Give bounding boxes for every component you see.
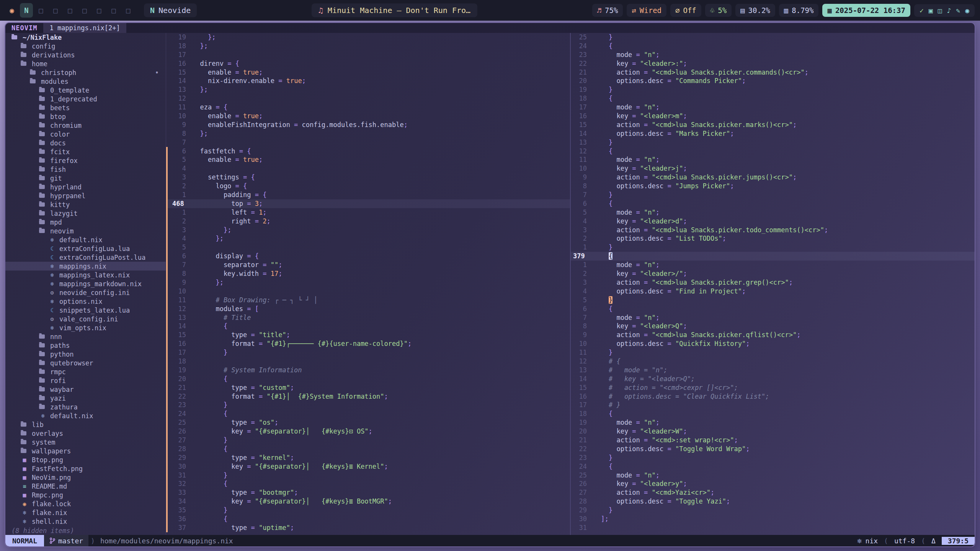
tray-icon-3[interactable]: ♪ xyxy=(947,7,951,15)
code-line[interactable]: 37 type = "uptime"; xyxy=(166,523,570,532)
code-line[interactable]: 10 options.desc = "Quickfix History"; xyxy=(571,339,975,348)
code-line[interactable]: 23 } xyxy=(166,401,570,409)
code-line[interactable]: 2 logo = { xyxy=(166,182,570,191)
code-line[interactable]: 17 } xyxy=(166,348,570,357)
code-line[interactable]: 21 action = "<cmd>:set wrap!<cr>"; xyxy=(571,436,975,445)
code-line[interactable]: 28 { xyxy=(166,445,570,453)
tree-item-wallpapers[interactable]: wallpapers xyxy=(5,447,166,455)
code-line[interactable]: 12 # { xyxy=(571,357,975,366)
code-line[interactable]: 9 }; xyxy=(166,278,570,287)
code-line[interactable]: 22 format = "{#1}│ {#}System Information… xyxy=(166,392,570,401)
code-line[interactable]: 6 fastfetch = { xyxy=(166,147,570,156)
tree-item-neovide-config-ini[interactable]: ⚙neovide_config.ini xyxy=(5,288,166,297)
code-line[interactable]: 3 action = "<cmd>lua Snacks.picker.todo_… xyxy=(571,226,975,235)
code-line[interactable]: 14 { xyxy=(166,322,570,331)
code-line[interactable]: 27 action = "<cmd>Yazi<cr>"; xyxy=(571,488,975,497)
tree-item-modules[interactable]: modules xyxy=(5,77,166,86)
code-line[interactable]: 19 } xyxy=(571,85,975,94)
workspace-3[interactable]: □ xyxy=(34,3,47,18)
code-line[interactable]: 20 { xyxy=(166,375,570,383)
module-power-profile[interactable]: ♧5% xyxy=(705,4,732,17)
tree-item-chromium[interactable]: chromium xyxy=(5,121,166,130)
active-app[interactable]: N Neovide xyxy=(144,3,197,17)
code-line[interactable]: 25 mode = "n"; xyxy=(571,471,975,480)
code-line[interactable]: 6 display = { xyxy=(166,252,570,261)
tree-item-neovim-png[interactable]: ▦NeoVim.png xyxy=(5,473,166,482)
tree-item-rmpc-png[interactable]: ▦Rmpc.png xyxy=(5,491,166,499)
tree-item-default-nix[interactable]: ❄default.nix xyxy=(5,411,166,420)
code-line[interactable]: 17 xyxy=(166,51,570,59)
code-line[interactable]: 20 options.desc = "Commands Picker"; xyxy=(571,77,975,85)
code-line[interactable]: 11 # Box Drawing: ┌ ─ ┐ └ ┘ │ xyxy=(166,296,570,305)
code-line[interactable]: 4 xyxy=(166,164,570,173)
workspace-4[interactable]: □ xyxy=(49,3,62,18)
code-line[interactable]: 8 }; xyxy=(166,129,570,138)
tree-item-1-deprecated[interactable]: 1_deprecated xyxy=(5,95,166,103)
editor-pane-left[interactable]: 19 };18 };1716 direnv = {15 enable = tru… xyxy=(166,33,570,535)
code-line[interactable]: 29 type = "kernel"; xyxy=(166,453,570,462)
code-line[interactable]: 28 options.desc = "Toggle Yazi"; xyxy=(571,497,975,506)
code-line[interactable]: 1 } xyxy=(571,243,975,252)
tree-item-waybar[interactable]: waybar xyxy=(5,385,166,394)
code-line[interactable]: 16 format = "{#1}┌────── {#}{user-name-c… xyxy=(166,339,570,348)
code-line[interactable]: 22 options.desc = "Toggle Word Wrap"; xyxy=(571,445,975,453)
tree-item-0-template[interactable]: 0_template xyxy=(5,86,166,95)
code-line[interactable]: 22 key = "<leader>:"; xyxy=(571,59,975,68)
editor-pane-right[interactable]: 25 }24 {23 mode = "n";22 key = "<leader>… xyxy=(570,33,975,535)
tree-item-vale-config-ini[interactable]: ⚙vale_config.ini xyxy=(5,315,166,323)
tree-item-neovim[interactable]: neovim xyxy=(5,227,166,235)
code-line[interactable]: 9 action = "<cmd>lua Snacks.picker.jumps… xyxy=(571,173,975,182)
code-line[interactable]: 15 action = "<cmd>lua Snacks.picker.mark… xyxy=(571,121,975,129)
media-player-widget[interactable]: ♫ Minuit Machine – Don't Run Fro… xyxy=(312,3,477,17)
code-line[interactable]: 19 mode = "n"; xyxy=(571,418,975,427)
code-line[interactable]: 14 nix-direnv.enable = true; xyxy=(166,77,570,85)
tree-item-vim-opts-nix[interactable]: ❄vim_opts.nix xyxy=(5,323,166,332)
code-line[interactable]: 15 enable = true; xyxy=(166,68,570,77)
code-line[interactable]: 18 }; xyxy=(166,42,570,51)
workspace-9[interactable]: □ xyxy=(122,3,135,18)
code-line[interactable]: 23 mode = "n"; xyxy=(571,51,975,59)
code-line[interactable]: 8 key = "<leader>Q"; xyxy=(571,322,975,331)
code-line[interactable]: 5 mode = "n"; xyxy=(571,208,975,217)
code-line[interactable]: 16 key = "<leader>m"; xyxy=(571,112,975,121)
tree-item-docs[interactable]: docs xyxy=(5,139,166,147)
code-line[interactable]: 34 key = "{#separator}│ {#keys}≣ BootMGR… xyxy=(166,497,570,506)
code-line[interactable]: 14 options.desc = "Marks Picker"; xyxy=(571,129,975,138)
code-line[interactable]: 12 modules = [ xyxy=(166,305,570,313)
code-line[interactable]: 13 } xyxy=(571,138,975,147)
tree-item-firefox[interactable]: firefox xyxy=(5,156,166,165)
tree-item-qutebrowser[interactable]: qutebrowser xyxy=(5,359,166,367)
code-line[interactable]: 12 xyxy=(166,94,570,103)
code-line[interactable]: 29 } xyxy=(571,506,975,515)
workspace-6[interactable]: □ xyxy=(78,3,91,18)
code-line[interactable]: 7 separator = ""; xyxy=(166,261,570,269)
git-branch[interactable]: master xyxy=(44,535,88,546)
code-line[interactable]: 1 mode = "n"; xyxy=(571,261,975,269)
code-line[interactable]: 6 { xyxy=(571,199,975,208)
code-line[interactable]: 30 key = "{#separator}│ {#keys}≣ Kernel"… xyxy=(166,462,570,471)
code-line[interactable]: 1 left = 1; xyxy=(166,208,570,217)
code-line[interactable]: 13 }; xyxy=(166,85,570,94)
code-line[interactable]: 9 action = "<cmd>lua Snacks.picker.qflis… xyxy=(571,331,975,339)
code-line[interactable]: 7 mode = "n"; xyxy=(571,313,975,322)
code-line[interactable]: 13 # mode = "n"; xyxy=(571,366,975,375)
tree-item-mappings-latex-nix[interactable]: ❄mappings_latex.nix xyxy=(5,271,166,279)
code-line[interactable]: 3 action = "<cmd>lua Snacks.picker.grep(… xyxy=(571,278,975,287)
code-line[interactable]: 17 # } xyxy=(571,401,975,409)
tree-item-readme-md[interactable]: ≡README.md xyxy=(5,482,166,491)
code-line[interactable]: 19 # System Information xyxy=(166,366,570,375)
code-line[interactable]: 11 mode = "n"; xyxy=(571,155,975,164)
tree-item-beets[interactable]: beets xyxy=(5,103,166,112)
code-line[interactable]: 8 options.desc = "Jumps Picker"; xyxy=(571,182,975,191)
tree-item-rofi[interactable]: rofi xyxy=(5,376,166,385)
tree-item-extraconfigluapost-lua[interactable]: ☾extraConfigLuaPost.lua xyxy=(5,253,166,262)
code-line[interactable]: 2 right = 2; xyxy=(166,217,570,226)
code-line[interactable]: 11 eza = { xyxy=(166,103,570,112)
code-line[interactable]: 13 # Title xyxy=(166,313,570,322)
tree-item--nixflake[interactable]: ~/NixFlake xyxy=(5,33,166,42)
tree-item-lib[interactable]: lib xyxy=(5,420,166,429)
workspace-firefox[interactable]: ◉ xyxy=(5,3,18,18)
tree-item-extraconfiglua-lua[interactable]: ☾extraConfigLua.lua xyxy=(5,244,166,253)
code-line[interactable]: 26 key = "<leader>y"; xyxy=(571,479,975,488)
tree-item-mappings-nix[interactable]: ❄mappings.nix xyxy=(5,262,166,271)
